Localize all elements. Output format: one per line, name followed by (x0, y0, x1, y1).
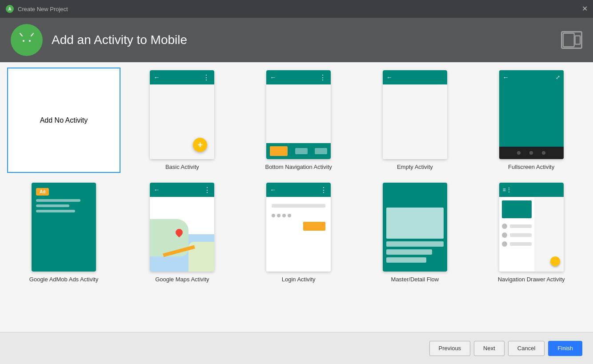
maps-activity-preview: ← ⋮ (150, 183, 214, 272)
card-bottom-nav-activity[interactable]: ← ⋮ Bottom Navigation Activity (244, 68, 353, 173)
android-logo-svg (16, 29, 38, 51)
maps-activity-label: Google Maps Activity (155, 276, 209, 283)
android-logo (11, 24, 43, 56)
svg-line-6 (20, 33, 22, 36)
card-basic-activity[interactable]: ← ⋮ + Basic Activity (128, 68, 237, 173)
card-fullscreen-activity[interactable]: ← ⤢ Fullscreen Activity (477, 68, 586, 173)
bottom-nav-activity-label: Bottom Navigation Activity (265, 164, 332, 170)
card-nav-drawer-activity[interactable]: ≡ ⋮ (477, 180, 586, 285)
master-detail-activity-label: Master/Detail Flow (391, 276, 439, 283)
device-icon (561, 31, 582, 49)
finish-button[interactable]: Finish (548, 341, 582, 356)
dialog-footer: Previous Next Cancel Finish (0, 332, 593, 364)
svg-rect-11 (28, 47, 30, 50)
main-content: Add No Activity ← ⋮ + Basic Activity (0, 62, 593, 332)
svg-point-4 (23, 40, 24, 42)
activity-grid: Add No Activity ← ⋮ + Basic Activity (0, 62, 593, 332)
admob-activity-label: Google AdMob Ads Activity (29, 276, 98, 283)
nav-drawer-activity-preview: ≡ ⋮ (499, 183, 564, 272)
next-button[interactable]: Next (474, 341, 505, 356)
no-activity-label: Add No Activity (40, 116, 88, 124)
svg-rect-3 (19, 40, 34, 48)
fullscreen-activity-label: Fullscreen Activity (508, 164, 554, 170)
login-activity-label: Login Activity (282, 276, 316, 283)
svg-rect-9 (33, 41, 36, 47)
card-login-activity[interactable]: ← ⋮ Login Activity (244, 180, 353, 285)
basic-activity-preview: ← ⋮ + (150, 70, 214, 159)
svg-rect-10 (24, 47, 26, 50)
title-bar-left: A Create New Project (5, 4, 68, 13)
svg-rect-8 (18, 41, 20, 47)
nav-drawer-activity-label: Navigation Drawer Activity (498, 276, 565, 283)
basic-activity-label: Basic Activity (165, 164, 199, 170)
bottom-nav-activity-preview: ← ⋮ (266, 70, 331, 159)
svg-rect-12 (563, 33, 574, 47)
svg-point-5 (29, 40, 31, 42)
close-button[interactable]: ✕ (582, 5, 588, 12)
empty-activity-label: Empty Activity (397, 164, 433, 170)
svg-rect-13 (575, 36, 580, 44)
app-icon: A (5, 4, 14, 13)
card-admob-activity[interactable]: Ad Google AdMob Ads Activity (7, 180, 120, 285)
card-empty-activity[interactable]: ← Empty Activity (361, 68, 470, 173)
master-detail-activity-preview (383, 183, 447, 272)
card-maps-activity[interactable]: ← ⋮ (128, 180, 237, 285)
device-icon-svg (562, 32, 581, 48)
previous-button[interactable]: Previous (429, 341, 471, 356)
dialog-header: Add an Activity to Mobile (0, 18, 593, 62)
title-bar: A Create New Project ✕ (0, 0, 593, 18)
window-title: Create New Project (18, 6, 68, 12)
empty-activity-preview: ← (383, 70, 447, 159)
admob-activity-preview: Ad (32, 183, 96, 272)
cancel-button[interactable]: Cancel (508, 341, 545, 356)
card-no-activity[interactable]: Add No Activity (7, 68, 120, 173)
login-activity-preview: ← ⋮ (266, 183, 331, 272)
svg-line-7 (31, 33, 33, 36)
page-title: Add an Activity to Mobile (52, 33, 187, 47)
svg-text:A: A (8, 7, 11, 12)
fullscreen-activity-preview: ← ⤢ (499, 70, 564, 159)
card-master-detail-activity[interactable]: Master/Detail Flow (361, 180, 470, 285)
